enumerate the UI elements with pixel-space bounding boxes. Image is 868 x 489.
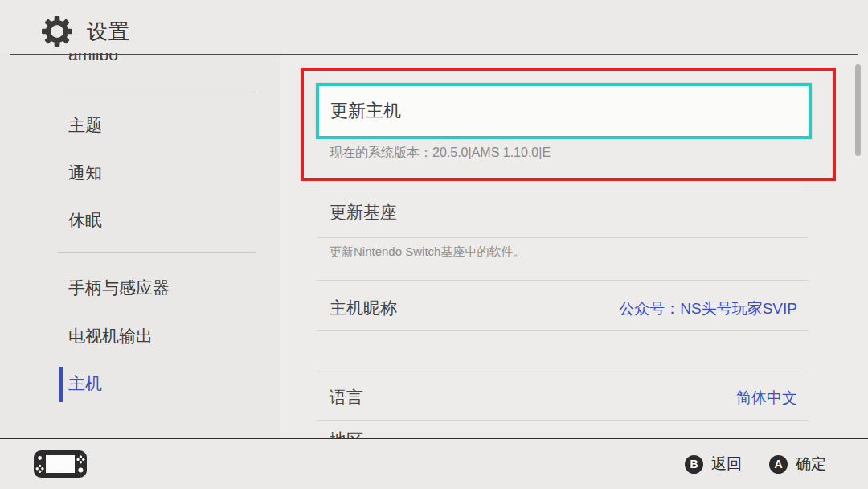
update-dock-button[interactable]: 更新基座	[330, 201, 397, 224]
header: 设置	[0, 0, 868, 53]
footer-bar: B 返回 A 确定	[0, 439, 868, 489]
region-button[interactable]: 地区	[330, 431, 363, 438]
sidebar-item-theme[interactable]: 主题	[68, 109, 102, 142]
sidebar-selection-bar	[59, 367, 63, 402]
handheld-console-icon	[34, 450, 87, 478]
back-button[interactable]: B 返回	[685, 454, 742, 475]
header-divider	[10, 54, 858, 55]
row-divider	[317, 280, 808, 281]
settings-sidebar: amiibo 主题 通知 休眠 手柄与感应器 电视机输出 主机	[0, 53, 280, 438]
update-console-label: 更新主机	[330, 99, 401, 123]
row-divider	[317, 372, 808, 372]
sidebar-item-controllers[interactable]: 手柄与感应器	[68, 272, 170, 304]
system-settings-panel: 更新主机 现在的系统版本：20.5.0|AMS 1.10.0|E 更新基座 更新…	[280, 53, 868, 438]
scrollbar-thumb[interactable]	[855, 64, 861, 156]
row-divider	[317, 237, 808, 238]
sidebar-divider	[58, 252, 256, 253]
sidebar-item-sleep[interactable]: 休眠	[68, 204, 102, 236]
sidebar-item-system[interactable]: 主机	[68, 368, 102, 400]
gear-icon	[42, 16, 72, 47]
language-value[interactable]: 简体中文	[736, 388, 797, 409]
a-key-icon: A	[769, 455, 788, 474]
update-console-button[interactable]: 更新主机	[316, 83, 812, 139]
row-divider	[317, 420, 808, 421]
system-version-text: 现在的系统版本：20.5.0|AMS 1.10.0|E	[330, 145, 551, 162]
row-divider	[317, 187, 808, 187]
console-nickname-value[interactable]: 公众号：NS头号玩家SVIP	[619, 298, 797, 319]
b-key-icon: B	[685, 455, 703, 474]
sidebar-item-tv-output[interactable]: 电视机输出	[68, 320, 153, 352]
sidebar-divider	[58, 92, 256, 92]
row-divider	[317, 330, 808, 331]
sidebar-item-notifications[interactable]: 通知	[68, 157, 102, 189]
console-nickname-button[interactable]: 主机昵称	[330, 297, 397, 319]
update-dock-description: 更新Nintendo Switch基座中的软件。	[330, 244, 525, 260]
confirm-button[interactable]: A 确定	[769, 454, 826, 475]
language-button[interactable]: 语言	[330, 386, 363, 409]
page-title: 设置	[87, 18, 130, 46]
